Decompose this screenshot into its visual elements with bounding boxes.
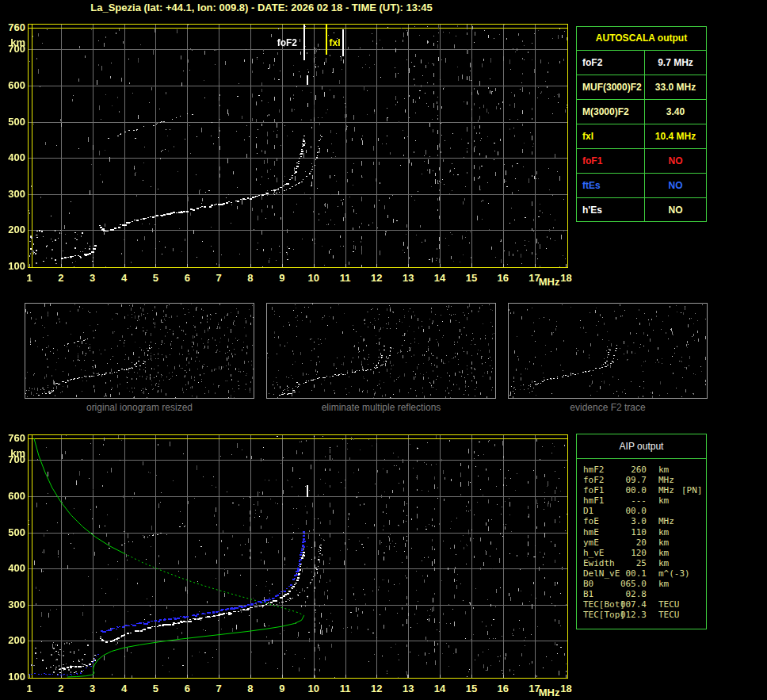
- aip-cell: km: [658, 465, 669, 475]
- aip-cell: 00.1: [597, 568, 647, 579]
- aip-row: DelN_vE00.1m^(-3): [577, 568, 706, 579]
- autoscala-row-value: NO: [645, 155, 706, 166]
- aip-row: B0065.0km: [577, 579, 706, 589]
- autoscala-row: h'EsNO: [577, 197, 706, 222]
- x-tick-label: 6: [177, 683, 197, 694]
- aip-cell: km: [658, 548, 669, 558]
- aip-cell: TECU: [658, 610, 680, 620]
- aip-cell: 120: [597, 548, 647, 558]
- aip-cell: ---: [597, 495, 647, 506]
- x-tick-label: 11: [336, 273, 355, 284]
- y-tick-label: 200: [3, 635, 25, 646]
- autoscala-row-label: MUF(3000)F2: [577, 75, 645, 99]
- thumbnail-caption: eliminate multiple reflections: [266, 402, 496, 413]
- aip-cell: 065.0: [597, 579, 647, 589]
- autoscala-row: ftEsNO: [577, 173, 706, 197]
- x-tick-label: 10: [304, 683, 323, 694]
- autoscala-row-label: M(3000)F2: [577, 100, 645, 124]
- x-tick-label: 4: [115, 683, 134, 694]
- autoscala-row-value: NO: [645, 180, 706, 191]
- autoscala-row-value: NO: [645, 205, 706, 216]
- aip-cell: 012.3: [597, 610, 647, 620]
- autoscala-row-value: 10.4 MHz: [645, 131, 706, 142]
- x-tick-label: 14: [430, 683, 449, 694]
- y-tick-label: 600: [3, 491, 25, 502]
- aip-row: TEC[Bot]007.4TECU: [577, 599, 706, 610]
- aip-cell: 20: [597, 537, 647, 548]
- aip-cell: 25: [597, 558, 647, 568]
- thumbnail-original-ionogram: [25, 303, 254, 399]
- autoscala-table-header: AUTOSCALA output: [577, 27, 706, 50]
- x-axis-unit: MHz: [539, 277, 563, 288]
- thumbnail-caption: original ionogram resized: [25, 402, 254, 413]
- aip-cell: 260: [597, 465, 647, 475]
- autoscala-row-value: 9.7 MHz: [645, 57, 706, 68]
- x-tick-label: 16: [494, 273, 513, 284]
- y-tick-label: 500: [3, 117, 25, 128]
- thumbnail-caption: evidence F2 trace: [508, 402, 708, 413]
- autoscala-row: fxI10.4 MHz: [577, 124, 706, 148]
- aip-cell: MHz: [658, 475, 674, 485]
- autoscala-row-label: foF2: [577, 51, 645, 75]
- aip-cell: km: [658, 495, 669, 506]
- y-tick-label: 300: [3, 599, 25, 610]
- ionogram-canvas: [29, 25, 567, 267]
- aip-cell: B0: [583, 579, 593, 589]
- aip-row: foF209.7MHz: [577, 475, 706, 485]
- autoscala-row: foF1NO: [577, 148, 706, 173]
- x-tick-label: 12: [367, 273, 386, 284]
- autoscala-row-value: 33.0 MHz: [645, 82, 706, 93]
- autoscala-row-label: foF1: [577, 149, 645, 173]
- aip-cell: [PN]: [681, 485, 703, 495]
- y-tick-label: 600: [3, 80, 25, 91]
- aip-table-rows: hmF2260kmfoF209.7MHzfoF100.0MHz[PN]hmF1-…: [577, 465, 706, 620]
- thumbnail-canvas: [509, 304, 707, 398]
- page-title: La_Spezia (lat: +44.1, lon: 009.8) - DAT…: [0, 2, 523, 13]
- aip-row: B102.8: [577, 589, 706, 599]
- autoscala-row-label: h'Es: [577, 198, 645, 222]
- aip-cell: ymE: [583, 537, 599, 548]
- x-tick-label: 9: [273, 273, 292, 284]
- y-tick-label: 400: [3, 152, 25, 163]
- aip-row: hmF2260km: [577, 465, 706, 475]
- aip-cell: 110: [597, 527, 647, 537]
- aip-cell: km: [658, 558, 669, 568]
- y-tick-label: 300: [3, 189, 25, 200]
- ionogram-plot-inverted: [28, 434, 568, 679]
- y-tick-label: 100: [3, 261, 25, 272]
- aip-row: ymE20km: [577, 537, 706, 548]
- x-tick-label: 7: [209, 683, 228, 694]
- aip-cell: 02.8: [597, 589, 647, 599]
- x-tick-label: 5: [146, 683, 165, 694]
- x-tick-label: 16: [494, 683, 513, 694]
- aip-cell: MHz: [658, 485, 674, 495]
- aip-cell: B1: [583, 589, 593, 599]
- y-axis-unit: km: [3, 37, 25, 48]
- thumbnail-canvas: [267, 304, 495, 398]
- y-tick-label: 760: [3, 22, 25, 33]
- aip-row: hmE110km: [577, 527, 706, 537]
- aip-row: h_vE120km: [577, 548, 706, 558]
- x-axis-unit: MHz: [539, 687, 563, 698]
- x-tick-label: 12: [367, 683, 386, 694]
- aip-cell: 09.7: [597, 475, 647, 485]
- x-tick-label: 2: [52, 273, 71, 284]
- fxI-marker-label: fxI: [330, 38, 341, 48]
- aip-cell: TECU: [658, 599, 680, 610]
- aip-output-table: AIP output hmF2260kmfoF209.7MHzfoF100.0M…: [576, 434, 707, 629]
- thumbnail-evidence-f2: [508, 303, 708, 399]
- x-tick-label: 2: [52, 683, 71, 694]
- x-tick-label: 15: [462, 273, 481, 284]
- x-tick-label: 7: [209, 273, 228, 284]
- autoscala-row-value: 3.40: [645, 106, 706, 117]
- autoscala-row: MUF(3000)F233.0 MHz: [577, 75, 706, 99]
- autoscala-output-table: AUTOSCALA output foF29.7 MHzMUF(3000)F23…: [576, 26, 707, 222]
- autoscala-row: M(3000)F23.40: [577, 99, 706, 124]
- x-tick-label: 1: [20, 683, 39, 694]
- y-tick-label: 200: [3, 224, 25, 235]
- aip-row: D100.0: [577, 506, 706, 516]
- x-tick-label: 8: [241, 683, 260, 694]
- aip-table-header: AIP output: [577, 434, 706, 459]
- x-tick-label: 4: [115, 273, 134, 284]
- x-tick-label: 13: [399, 683, 418, 694]
